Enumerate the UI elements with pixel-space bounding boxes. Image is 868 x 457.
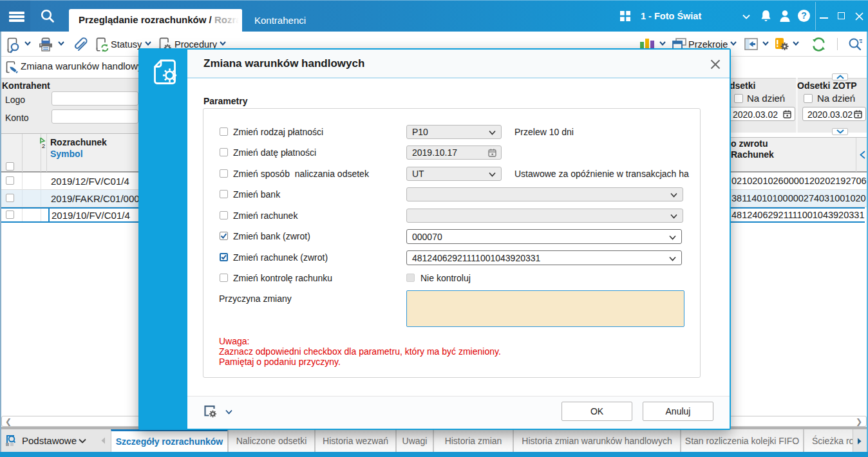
svg-text:2: 2 <box>42 143 45 149</box>
